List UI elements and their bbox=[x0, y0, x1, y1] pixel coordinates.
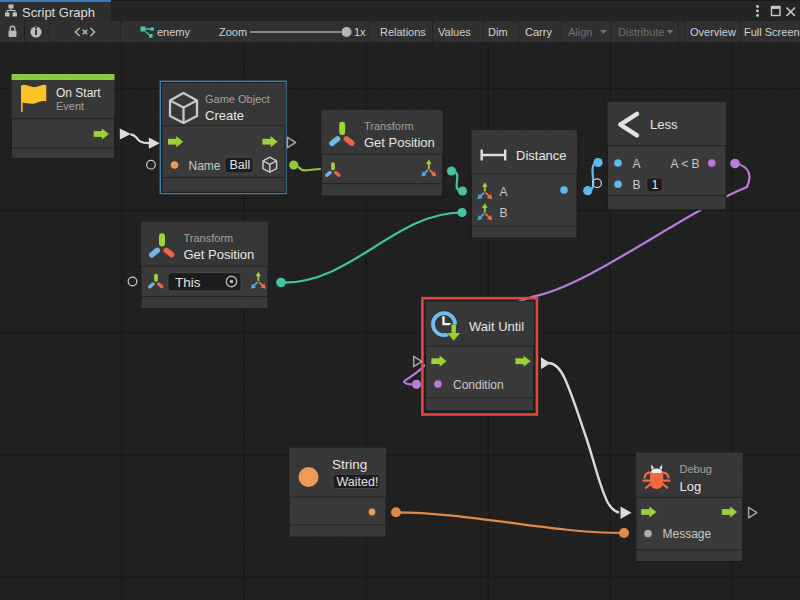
svg-text:Condition: Condition bbox=[453, 378, 504, 392]
svg-text:On Start: On Start bbox=[56, 86, 101, 100]
svg-text:Game Object: Game Object bbox=[205, 93, 270, 105]
svg-text:Waited!: Waited! bbox=[337, 475, 379, 489]
svg-text:Ball: Ball bbox=[230, 158, 251, 172]
svg-text:A: A bbox=[500, 185, 508, 199]
svg-text:Distance: Distance bbox=[516, 148, 567, 163]
svg-text:1: 1 bbox=[652, 178, 659, 192]
svg-text:Name: Name bbox=[189, 159, 221, 173]
svg-text:B: B bbox=[500, 206, 508, 220]
svg-text:Message: Message bbox=[663, 527, 712, 541]
svg-text:Log: Log bbox=[680, 479, 702, 494]
svg-text:Less: Less bbox=[650, 117, 678, 132]
svg-text:Get Position: Get Position bbox=[184, 247, 255, 262]
svg-text:Debug: Debug bbox=[680, 463, 712, 475]
svg-text:A < B: A < B bbox=[671, 157, 700, 171]
svg-text:Get Position: Get Position bbox=[364, 135, 435, 150]
svg-text:B: B bbox=[633, 178, 641, 192]
svg-text:This: This bbox=[175, 275, 201, 290]
svg-text:Event: Event bbox=[56, 100, 84, 112]
svg-text:Transform: Transform bbox=[184, 232, 234, 244]
svg-text:String: String bbox=[332, 457, 367, 472]
svg-text:Transform: Transform bbox=[364, 120, 414, 132]
svg-text:Create: Create bbox=[205, 108, 244, 123]
svg-text:A: A bbox=[633, 157, 641, 171]
svg-text:Wait Until: Wait Until bbox=[469, 319, 524, 334]
